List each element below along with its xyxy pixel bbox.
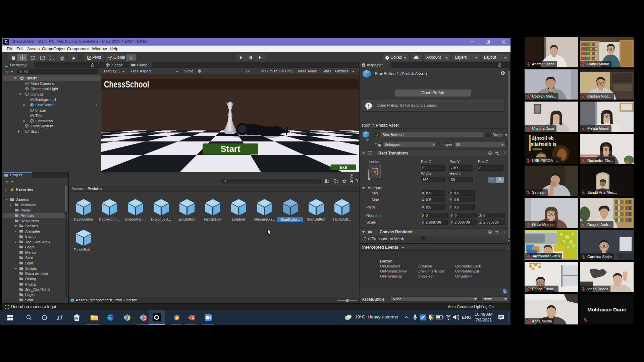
svg-text:?: ?: [489, 230, 491, 234]
svg-text:?: ?: [489, 152, 491, 155]
svg-text:A: A: [144, 318, 146, 320]
svg-text:Exit: Exit: [339, 165, 348, 170]
svg-text:ChessSchool: ChessSchool: [104, 79, 149, 89]
svg-text:de licență: de licență: [532, 135, 553, 141]
svg-text:Moldovan Darie: Moldovan Darie: [587, 307, 626, 312]
svg-text:P: P: [189, 316, 192, 319]
svg-text:și disertație: și disertație: [531, 141, 556, 147]
svg-text:Start: Start: [220, 144, 240, 154]
